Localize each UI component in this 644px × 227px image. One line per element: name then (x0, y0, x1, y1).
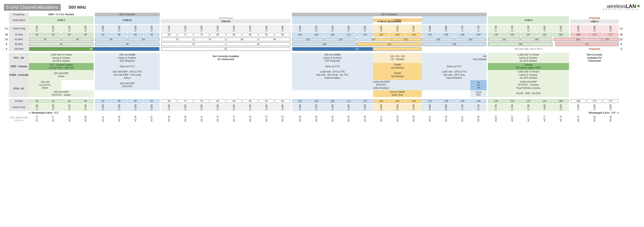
etsi-srd: 25mWSRD (470, 90, 486, 97)
freq: 5.440 (242, 103, 258, 111)
ch: 100 (292, 99, 308, 103)
ised-unii2c-b: Same as FCC (422, 63, 486, 70)
freq: 5.765 (504, 25, 520, 32)
freq: 5.640 (406, 25, 422, 32)
ch: 149 (488, 99, 504, 103)
freq: 5.400 (210, 103, 226, 111)
label-radio-band: Radio Band (9, 16, 29, 24)
row-acma: ACMA - Australia 200 mW EIRPIndoor 200 m… (4, 70, 640, 80)
fspl: -46.76 (553, 115, 569, 123)
ch: 36 (29, 33, 45, 36)
ch: 52 (95, 33, 111, 36)
ch: 173 (587, 99, 602, 103)
fspl: -46.82 (586, 115, 603, 123)
ch40: 159 (521, 38, 552, 41)
ch: 44 (62, 99, 77, 103)
ch: 76 (194, 99, 209, 103)
fspl: -46.29 (308, 115, 324, 123)
freq: 5.440 (242, 25, 258, 32)
ch: 120 (374, 99, 389, 103)
ch: 56 (112, 33, 127, 36)
fspl: -46.48 (406, 115, 422, 123)
etsi-unii2a: 200 mW EIRPDFS/TPC (95, 80, 160, 90)
ised-unii1: FCC - Except OutdoorLicense Req. >200 mW (29, 63, 94, 70)
freq: 5.680 (438, 25, 454, 32)
freq: 5.200 (45, 25, 61, 32)
freq: 5.785 (520, 25, 537, 32)
row-20mhz-bottom: 20 MHz 36 40 44 48 52 56 60 64 68 72 76 … (4, 99, 640, 103)
label-fspl: Free Space Path Loss 1m (9, 115, 29, 123)
ch: 104 (308, 33, 324, 36)
qty-80-left: 6 (4, 42, 9, 47)
freq: 5.700 (454, 103, 470, 111)
dfs-bar-1: DFS Channels (95, 13, 160, 16)
freq: 5.580 (357, 25, 373, 32)
freq: 5.460 (258, 25, 275, 32)
label-etsi: ETSI - EU (9, 80, 29, 97)
ch: 132 (422, 99, 438, 103)
freq: 5.520 (308, 25, 324, 32)
freq: 5.885 (602, 103, 619, 111)
fspl: -46.44 (390, 115, 406, 123)
qty-20-right: 25 (619, 32, 624, 37)
fspl: -46.60 (470, 115, 486, 123)
ch: 124 (390, 33, 405, 36)
ch160: 114 (292, 47, 421, 51)
etsi-uk: UKNo144 (470, 80, 486, 90)
freq: 5.240 (78, 103, 94, 111)
freq: 5.220 (61, 25, 78, 32)
fspl: -45.80 (61, 115, 78, 123)
ised-unii3: CanadaPtP allows Higher EIRP (488, 63, 569, 70)
row-ised: ISED - Canada FCC - Except OutdoorLicens… (4, 63, 640, 70)
ch: 80 (210, 33, 226, 36)
freq: 5.460 (258, 103, 275, 111)
ch80: 58 (95, 42, 159, 46)
qty-label-right: Qty (619, 25, 624, 32)
ch: 64 (144, 33, 159, 36)
ch: 144 (471, 99, 486, 103)
fspl: -45.94 (128, 115, 144, 123)
band-unii4: UNII-4 (570, 19, 619, 23)
freq: 5.520 (308, 103, 324, 111)
freq: 5.480 (274, 25, 291, 32)
ch: 116 (357, 33, 373, 36)
freq: 5.200 (45, 103, 61, 111)
freq: 5.825 (553, 25, 569, 32)
freq: 5.865 (586, 25, 603, 32)
freq: 5.805 (536, 25, 553, 32)
qty-20-left: 25 (4, 32, 9, 37)
fspl: -46.79 (570, 115, 586, 123)
freq: 5.480 (274, 103, 291, 111)
freq: 5.420 (226, 103, 242, 111)
ch: 40 (46, 33, 61, 36)
fspl: -45.77 (45, 115, 61, 123)
ch: 144 (471, 33, 486, 36)
freq: 5.620 (390, 103, 406, 111)
fspl: -46.51 (422, 115, 438, 123)
page-title: 5 GHz Channel Allocations (4, 4, 61, 11)
ch40: 78 (194, 38, 226, 41)
etsi-unii2c: 1,000 mW EIRPDFS/TPCIndoor/Outdoor (292, 80, 470, 90)
ch: 92 (259, 99, 274, 103)
acma-unii2c-b: 1,000 mW - DFS & TPC500 mW - DFS-OnlyInd… (422, 70, 486, 80)
ch: 104 (308, 99, 324, 103)
freq: 5.500 (292, 25, 308, 32)
note-165: 165 was ISM, now U-NII-3 (488, 47, 569, 51)
ch: 96 (275, 33, 290, 36)
acma-unii2a: 200 mW EIRP - DFS & TPC100 mW EIRP - DFS… (95, 70, 160, 80)
ch80: 138 (422, 42, 486, 46)
ch: 72 (178, 99, 193, 103)
etsi-unii1a: 100 mWNo DFS/TPCIndoor (29, 80, 61, 90)
wavelength-right: Wavelength 5.1cm - 2.0" -> (292, 111, 619, 115)
freq: 5.300 (128, 25, 144, 32)
freq: 5.540 (324, 103, 341, 111)
ch: 68 (161, 33, 177, 36)
ch: 177 (603, 33, 618, 36)
ch40: 102 (292, 38, 324, 41)
fspl: -46.19 (258, 115, 275, 123)
freq: 5.580 (357, 103, 373, 111)
band-unii2b: UNII-2b (161, 19, 291, 23)
freq: 5.380 (194, 25, 210, 32)
ch: 157 (521, 33, 536, 36)
page-subtitle: 500 MHz (69, 5, 86, 10)
